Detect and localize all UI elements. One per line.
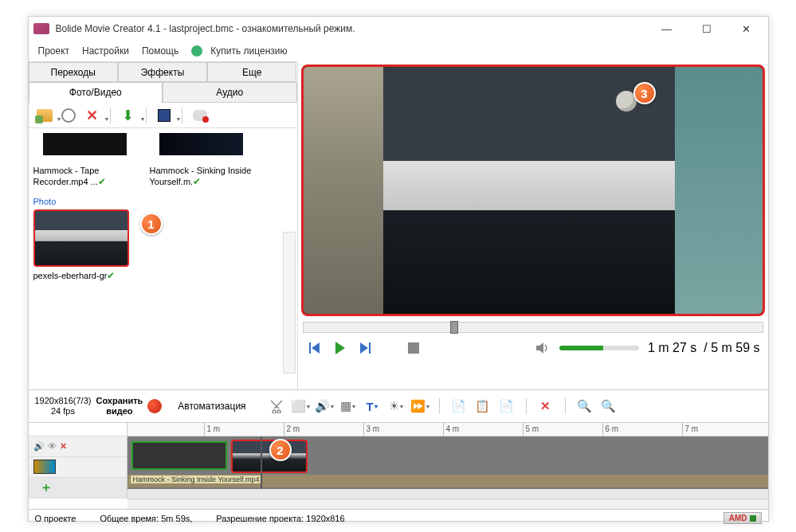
zoom-in-button[interactable]: 🔍 bbox=[599, 397, 618, 416]
timeline-ruler[interactable]: 1 m 2 m 3 m 4 m 5 m 6 m 7 m bbox=[29, 423, 768, 436]
menu-help[interactable]: Помощь bbox=[137, 43, 183, 59]
callout-marker-3: 3 bbox=[633, 82, 656, 104]
license-icon bbox=[191, 45, 202, 57]
video-fx-button[interactable]: ▦ bbox=[339, 397, 358, 416]
total-time-label: Общее время: 5m 59s, bbox=[100, 514, 192, 523]
media-thumb bbox=[159, 133, 243, 155]
video-track-header[interactable]: 🔊 👁 ✕ bbox=[29, 436, 127, 457]
scissors-icon bbox=[269, 399, 284, 413]
spacer-row bbox=[127, 489, 768, 499]
close-button[interactable]: ✕ bbox=[730, 18, 763, 40]
audio-clip-label: Hammock - Sinking Inside Yourself.mp4 bbox=[131, 475, 262, 483]
automation-button[interactable]: Автоматизация bbox=[178, 401, 245, 412]
tab-transitions[interactable]: Переходы bbox=[29, 62, 118, 82]
open-folder-button[interactable]: ▾ bbox=[33, 106, 56, 125]
add-track-button[interactable]: ＋ bbox=[33, 479, 53, 496]
media-item-1[interactable] bbox=[33, 133, 137, 155]
preview-bg-right bbox=[675, 67, 763, 314]
photo-media-item[interactable]: pexels-eberhard-gr✔ bbox=[33, 209, 132, 281]
titlebar: Bolide Movie Creator 4.1 - lastproject.b… bbox=[29, 17, 768, 41]
vertical-scrollbar[interactable] bbox=[283, 232, 296, 374]
step-back-button[interactable] bbox=[306, 339, 323, 357]
copy-button[interactable]: 📋 bbox=[473, 397, 492, 416]
webcam-button[interactable] bbox=[189, 106, 211, 125]
save-video-button[interactable]: Сохранить видео bbox=[96, 396, 143, 417]
track-body[interactable]: Hammock - Sinking Inside Yourself.mp4 bbox=[127, 436, 768, 499]
ruler-tick: 1 m bbox=[204, 423, 221, 436]
play-button[interactable] bbox=[331, 339, 349, 357]
ruler-tick: 4 m bbox=[443, 423, 460, 436]
recent-button[interactable] bbox=[57, 106, 80, 125]
audio-button[interactable]: 🔊 bbox=[315, 397, 334, 416]
media-panel: Переходы Эффекты Еще Фото/Видео Аудио ▾ … bbox=[29, 61, 298, 389]
folder-icon bbox=[37, 109, 53, 122]
tab-more[interactable]: Еще bbox=[207, 62, 296, 82]
filmstrip-icon bbox=[33, 460, 56, 474]
stop-button[interactable] bbox=[405, 339, 422, 357]
delete-button[interactable]: ✕▾ bbox=[81, 106, 104, 125]
horizontal-scrollbar[interactable] bbox=[127, 499, 768, 509]
video-track[interactable] bbox=[127, 436, 768, 475]
webcam-icon bbox=[193, 110, 207, 121]
menubar: Проект Настройки Помощь Купить лицензию bbox=[29, 41, 768, 61]
text-button[interactable]: T bbox=[363, 397, 382, 416]
menu-project[interactable]: Проект bbox=[33, 43, 75, 59]
eye-icon: 👁 bbox=[48, 441, 57, 451]
paste-button[interactable]: 📄 bbox=[497, 397, 516, 416]
cut-button[interactable] bbox=[267, 397, 286, 416]
speed-button[interactable]: ⏩ bbox=[410, 397, 429, 416]
record-icon[interactable] bbox=[147, 399, 162, 413]
callout-marker-1: 1 bbox=[140, 213, 163, 235]
menu-settings[interactable]: Настройки bbox=[77, 43, 134, 59]
main-split: Переходы Эффекты Еще Фото/Видео Аудио ▾ … bbox=[29, 61, 768, 389]
brightness-button[interactable]: ☀ bbox=[386, 397, 406, 416]
step-forward-button[interactable] bbox=[357, 339, 374, 357]
playback-controls: 1 m 27 s / 5 m 59 s bbox=[298, 335, 768, 361]
maximize-button[interactable]: ☐ bbox=[690, 18, 723, 40]
media-toolbar: ▾ ✕▾ ⬇▾ ▾ bbox=[29, 103, 297, 128]
preview-bg-center bbox=[383, 67, 675, 314]
media-label-2: Hammock - Sinking Inside Yourself.m.✔ bbox=[150, 165, 253, 189]
clock-icon bbox=[61, 108, 76, 123]
photo-section-label: Photo bbox=[33, 197, 292, 206]
check-icon: ✔ bbox=[107, 270, 115, 281]
tool-1-button[interactable]: 📄 bbox=[449, 397, 469, 416]
statusbar: О проекте Общее время: 5m 59s, Разрешени… bbox=[29, 509, 768, 526]
menu-buy-license[interactable]: Купить лицензию bbox=[186, 41, 296, 61]
step-forward-icon bbox=[360, 342, 368, 354]
speaker-icon: 🔊 bbox=[33, 441, 45, 452]
volume-slider[interactable] bbox=[559, 346, 639, 350]
stop-icon bbox=[408, 342, 419, 354]
media-item-2[interactable] bbox=[150, 133, 253, 155]
delete-track-icon[interactable]: ✕ bbox=[60, 441, 67, 452]
video-clip-1[interactable] bbox=[131, 441, 227, 470]
download-button[interactable]: ⬇▾ bbox=[117, 106, 139, 125]
tab-effects[interactable]: Эффекты bbox=[118, 62, 207, 82]
media-label-1: Hammock - Tape Recorder.mp4 ...✔ bbox=[33, 165, 137, 189]
video-preview[interactable] bbox=[301, 65, 765, 316]
ruler-tick: 6 m bbox=[602, 423, 619, 436]
crop-button[interactable]: ⬜ bbox=[291, 397, 310, 416]
volume-button[interactable] bbox=[534, 339, 551, 357]
step-back-icon bbox=[312, 342, 320, 354]
seek-knob[interactable] bbox=[450, 321, 458, 334]
tab-audio[interactable]: Аудио bbox=[163, 82, 297, 103]
audio-track[interactable]: Hammock - Sinking Inside Yourself.mp4 bbox=[127, 475, 768, 487]
zoom-out-button[interactable]: 🔍 bbox=[575, 397, 594, 416]
photo-clip[interactable] bbox=[231, 440, 308, 473]
about-project-link[interactable]: О проекте bbox=[35, 514, 76, 523]
delete-clip-button[interactable]: ✕ bbox=[536, 397, 555, 416]
seek-slider[interactable] bbox=[303, 322, 763, 333]
tab-photo-video[interactable]: Фото/Видео bbox=[29, 82, 163, 103]
tracks-area: 🔊 👁 ✕ ＋ Hammock - Sinking Inside Yourse bbox=[29, 436, 768, 499]
film-icon bbox=[158, 109, 171, 122]
video-track-thumb bbox=[29, 457, 127, 478]
app-icon bbox=[33, 23, 49, 34]
photo-thumbnail bbox=[33, 209, 129, 267]
separator bbox=[565, 398, 566, 414]
check-icon: ✔ bbox=[98, 176, 106, 187]
film-button[interactable]: ▾ bbox=[153, 106, 175, 125]
time-display: 1 m 27 s / 5 m 59 s bbox=[648, 341, 760, 355]
timeline-toolbar: 1920x816(7/3) 24 fps Сохранить видео Авт… bbox=[29, 389, 768, 423]
minimize-button[interactable]: — bbox=[650, 18, 684, 40]
